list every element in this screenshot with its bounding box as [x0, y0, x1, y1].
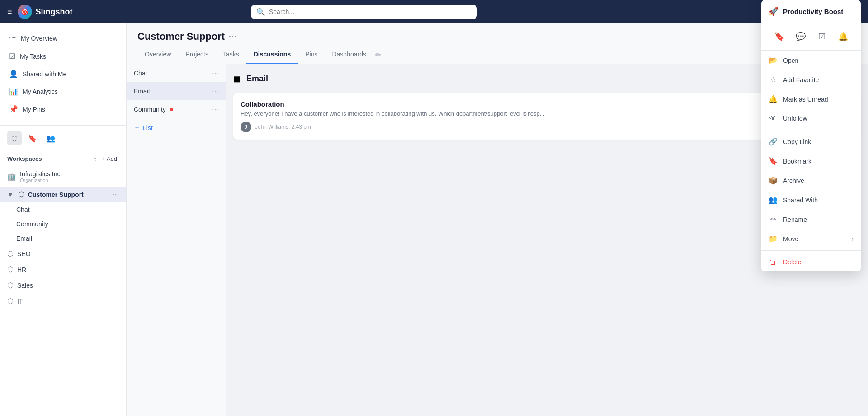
cm-task-icon[interactable]: ☑ — [814, 28, 830, 45]
bookmarks-icon[interactable]: 🔖 — [25, 131, 40, 145]
workspace-icon: ⬡ — [7, 297, 14, 305]
email-icon: ◼ — [233, 73, 241, 84]
workspace-label: Sales — [17, 282, 109, 289]
tab-dashboards[interactable]: Dashboards — [325, 46, 373, 64]
cm-item-label: Bookmark — [783, 158, 811, 165]
discussion-item-more-icon[interactable]: ⋯ — [212, 106, 218, 113]
cm-shared-icon: 👥 — [769, 196, 778, 204]
cm-bell-icon[interactable]: 🔔 — [835, 28, 851, 45]
tab-discussions[interactable]: Discussions — [246, 46, 298, 64]
workspace-item-hr[interactable]: ⬡ HR ⋯ — [0, 262, 126, 277]
context-menu-header: 🚀 Productivity Boost — [761, 0, 861, 23]
cm-add-favorite-item[interactable]: ☆ Add Favorite — [761, 70, 861, 89]
sidebar-nav: 〜 My Overview ☑ My Tasks 👤 Shared with M… — [0, 23, 126, 123]
tab-overview[interactable]: Overview — [137, 46, 178, 64]
cm-item-label: Move — [783, 235, 798, 243]
workspace-item-infragistics[interactable]: 🏢 Infragistics Inc. Organization ⋯ — [0, 167, 126, 187]
workspace-item-community[interactable]: Community ⋯ — [0, 217, 126, 231]
cm-divider-2 — [761, 250, 861, 251]
cm-item-label: Delete — [783, 258, 801, 266]
app-logo: 🎯 Slingshot — [18, 5, 73, 19]
cm-item-label: Shared With — [783, 196, 818, 204]
cm-item-label: Rename — [783, 216, 807, 223]
app-name: Slingshot — [36, 7, 73, 17]
page-title-more-icon[interactable]: ⋯ — [228, 32, 236, 42]
discussion-item-left: Email — [134, 88, 150, 95]
workspace-item-chat[interactable]: Chat ⋯ — [0, 202, 126, 217]
context-menu-title: Productivity Boost — [783, 8, 843, 15]
cm-rename-item[interactable]: ✏ Rename — [761, 210, 861, 229]
discussion-item-email[interactable]: Email ⋯ — [127, 82, 226, 100]
cm-unfollow-item[interactable]: 👁 Unfollow — [761, 109, 861, 128]
edit-tabs-icon[interactable]: ✏ — [373, 46, 383, 64]
workspace-item-email[interactable]: Email ⋯ — [0, 231, 126, 246]
tab-projects[interactable]: Projects — [178, 46, 216, 64]
workspace-label: Customer Support — [28, 191, 109, 198]
page-title: Customer Support ⋯ — [137, 31, 857, 42]
cm-item-label: Add Favorite — [783, 76, 819, 84]
message-author: John Williams, 2:43 pm — [255, 124, 311, 130]
content-area: Chat ⋯ Email ⋯ Community ⋯ — [127, 64, 868, 416]
cm-archive-item[interactable]: 📦 Archive — [761, 171, 861, 190]
discussion-item-more-icon[interactable]: ⋯ — [212, 70, 218, 77]
topbar: ≡ 🎯 Slingshot 🔍 💬 — [0, 0, 868, 23]
cm-delete-icon: 🗑 — [769, 258, 778, 266]
cm-item-label: Mark as Unread — [783, 96, 828, 103]
workspace-label: HR — [17, 266, 109, 273]
cm-bookmark-icon[interactable]: 🔖 — [771, 28, 788, 45]
workspace-child-label: Email — [16, 235, 109, 242]
cm-copy-link-item[interactable]: 🔗 Copy Link — [761, 132, 861, 151]
shared-icon: 👤 — [9, 70, 18, 78]
cm-move-item[interactable]: 📁 Move › — [761, 229, 861, 248]
workspace-child-label: Community — [16, 220, 109, 228]
search-input[interactable] — [269, 8, 472, 15]
workspace-item-it[interactable]: ⬡ IT ⋯ — [0, 293, 126, 309]
sidebar-item-my-analytics[interactable]: 📊 My Analytics — [0, 83, 126, 100]
cm-bookmark-item[interactable]: 🔖 Bookmark — [761, 151, 861, 171]
discussion-item-community[interactable]: Community ⋯ — [127, 100, 226, 118]
discussion-item-chat[interactable]: Chat ⋯ — [127, 64, 226, 82]
sidebar-nav-label: My Overview — [21, 35, 57, 42]
pins-icon: 📌 — [9, 105, 18, 113]
cm-archive-icon: 📦 — [769, 176, 778, 185]
context-menu-header-icon: 🚀 — [769, 6, 778, 16]
toolbar-icons: ⬡ 🔖 👥 — [7, 131, 58, 145]
cm-delete-item[interactable]: 🗑 Delete — [761, 252, 861, 271]
add-list-label: List — [143, 124, 153, 131]
sidebar-item-my-tasks[interactable]: ☑ My Tasks — [0, 47, 126, 65]
main-content: Customer Support ⋯ Overview Projects Tas… — [127, 23, 868, 416]
tasks-icon: ☑ — [9, 52, 15, 61]
workspaces-icon[interactable]: ⬡ — [7, 131, 22, 145]
discussion-item-more-icon[interactable]: ⋯ — [212, 88, 218, 95]
workspace-item-customer-support[interactable]: ▼ ⬡ Customer Support ⋯ — [0, 187, 126, 202]
cm-chat-icon[interactable]: 💬 — [793, 28, 809, 45]
cm-star-icon: ☆ — [769, 75, 778, 84]
logo-icon: 🎯 — [18, 5, 32, 19]
workspace-label: SEO — [17, 250, 109, 257]
tab-tasks[interactable]: Tasks — [216, 46, 246, 64]
sort-button[interactable]: ↕ — [92, 155, 98, 163]
cm-mark-unread-item[interactable]: 🔔 Mark as Unread — [761, 89, 861, 109]
sidebar-item-my-overview[interactable]: 〜 My Overview — [0, 29, 126, 47]
workspace-item-sales[interactable]: ⬡ Sales ⋯ — [0, 277, 126, 293]
workspace-item-seo[interactable]: ⬡ SEO ⋯ — [0, 246, 126, 262]
sidebar-item-my-pins[interactable]: 📌 My Pins — [0, 100, 126, 118]
workspace-more-icon[interactable]: ⋯ — [113, 191, 119, 198]
sidebar-toolbar: ⬡ 🔖 👥 — [0, 127, 126, 149]
unread-dot — [170, 108, 173, 111]
add-list-button[interactable]: ＋ List — [127, 118, 226, 137]
workspaces-title: Workspaces — [7, 155, 42, 162]
search-bar[interactable]: 🔍 — [251, 5, 477, 19]
sidebar-item-shared-with-me[interactable]: 👤 Shared with Me — [0, 65, 126, 83]
page-tabs: Overview Projects Tasks Discussions Pins… — [137, 46, 857, 64]
cm-open-item[interactable]: 📂 Open — [761, 51, 861, 70]
page-header: Customer Support ⋯ Overview Projects Tas… — [127, 23, 868, 64]
menu-icon[interactable]: ≡ — [7, 7, 12, 17]
add-workspace-button[interactable]: + Add — [100, 154, 119, 163]
tab-pins[interactable]: Pins — [298, 46, 325, 64]
cm-rename-icon: ✏ — [769, 215, 778, 224]
message-avatar: J — [241, 122, 251, 132]
main-layout: 〜 My Overview ☑ My Tasks 👤 Shared with M… — [0, 23, 868, 416]
cm-shared-with-item[interactable]: 👥 Shared With — [761, 190, 861, 210]
people-icon[interactable]: 👥 — [43, 131, 58, 145]
